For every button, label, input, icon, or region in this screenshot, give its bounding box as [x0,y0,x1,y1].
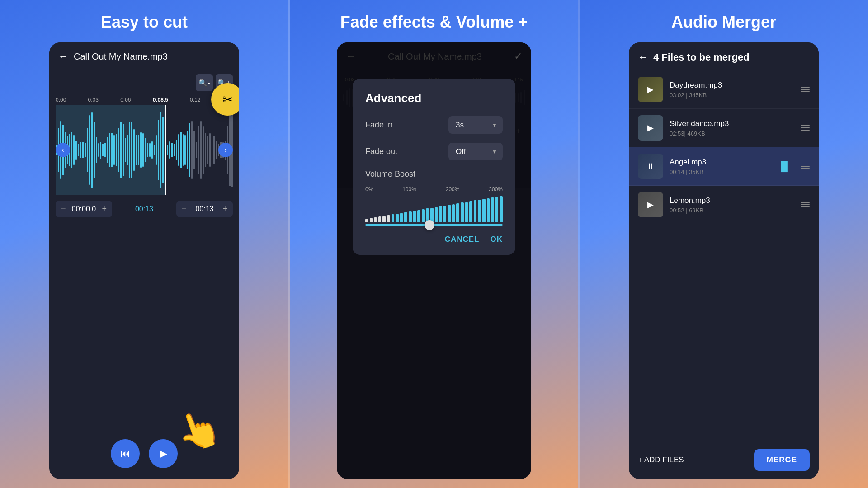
volume-bars [365,195,503,222]
rewind-button-1[interactable]: ⏮ [111,439,140,468]
top-bar-1: ← Call Out My Name.mp3 [49,42,239,70]
time-inputs: − 00:00.0 + 00:13 − 00:13 + [56,195,233,223]
volume-bar [461,202,464,222]
file-thumb-3: ⏸ [638,154,663,179]
drag-handle-2[interactable] [801,125,810,131]
volume-bar [495,197,499,222]
panel-audio-merger: Audio Merger ← 4 Files to be merged ▶ [580,0,868,488]
waveform-bar [200,121,202,179]
filename-1: Call Out My Name.mp3 [74,52,230,62]
file-meta-1: 03:02 | 345KB [670,92,794,99]
back-button-3[interactable]: ← [638,52,648,63]
waveform-bar [184,135,186,164]
scissors-badge: ✂ [211,83,239,116]
play-icon-1: ▶ [647,84,654,94]
file-thumb-1: ▶ [638,77,663,102]
volume-bar [478,200,481,222]
cancel-button[interactable]: CANCEL [445,235,480,244]
waveform-bar [174,144,175,156]
volume-bar [482,199,486,222]
volume-bar [396,214,399,222]
fade-out-select-wrapper[interactable]: Off 1s 2s 3s 5s [448,143,503,160]
phone-mock-2: ← Call Out My Name.mp3 ✓ 0:03 0:06 0:09 … [337,42,531,479]
add-files-button[interactable]: + ADD FILES [638,455,684,465]
dialog-actions: CANCEL OK [365,235,503,244]
drag-handle-4[interactable] [801,202,810,207]
volume-bar [392,214,395,222]
waveform-bar [198,126,199,174]
end-minus[interactable]: − [182,204,187,214]
file-info-4: Lemon.mp3 00:52 | 69KB [670,196,794,214]
filename-item-4: Lemon.mp3 [670,196,794,205]
fade-in-select-wrapper[interactable]: 3s Off 1s 2s 5s [448,116,503,134]
file-info-1: Daydream.mp3 03:02 | 345KB [670,81,794,99]
list-item: ▶ Silver dance.mp3 02:53| 469KB [629,109,819,147]
volume-bar [387,215,390,222]
trim-handle-right[interactable]: › [218,143,233,157]
volume-percent-row: 0% 100% 200% 300% [365,186,503,192]
volume-bar [500,196,503,222]
volume-slider[interactable] [365,224,503,226]
volume-bar [370,218,373,222]
merger-title: 4 Files to be merged [653,52,810,63]
volume-bar [491,197,494,222]
file-info-3: Angel.mp3 00:14 | 35KB [670,158,772,175]
dialog-overlay: Advanced Fade in 3s Off 1s 2s 5s [337,42,531,479]
advanced-dialog: Advanced Fade in 3s Off 1s 2s 5s [353,79,515,255]
dialog-title: Advanced [365,91,503,105]
file-meta-4: 00:52 | 69KB [670,207,794,214]
merger-bottom-bar: + ADD FILES MERGE [629,441,819,479]
volume-bar [404,212,407,222]
volume-bar [422,209,425,222]
waveform-bar [176,140,177,160]
fade-out-select[interactable]: Off 1s 2s 3s 5s [448,143,503,160]
list-item: ▶ Daydream.mp3 03:02 | 345KB [629,70,819,109]
waveform-bar [169,141,170,159]
end-plus[interactable]: + [222,204,227,214]
phone-mock-1: ✂ ← Call Out My Name.mp3 🔍- 🔍+ 0:00 0:03 [49,42,239,479]
zoom-out-button[interactable]: 🔍- [196,74,213,91]
volume-bar [469,201,472,222]
volume-bar [456,203,459,222]
drag-handle-1[interactable] [801,87,810,92]
play-icon-4: ▶ [647,200,654,210]
waveform-bar [209,133,211,167]
volume-bar [413,211,416,222]
waveform-container: 🔍- 🔍+ 0:00 0:03 0:06 0:08.5 0:12 0:15 [49,70,239,432]
slider-thumb[interactable] [425,220,434,230]
volume-bar [374,217,377,222]
play-button-1[interactable]: ▶ [149,439,178,468]
waveform-bar [187,131,188,169]
waveform-bar [207,136,208,165]
list-item: ▶ Lemon.mp3 00:52 | 69KB [629,186,819,224]
waveform-bar [203,126,204,174]
filename-item-3: Angel.mp3 [670,158,772,167]
start-plus[interactable]: + [102,204,107,214]
transport-controls-1: ⏮ ▶ [49,432,239,479]
end-time-value: 00:13 [191,205,218,213]
waveform-bar [213,136,215,164]
waveform[interactable]: 0:08.5 ‹ › [56,105,233,195]
filename-item-1: Daydream.mp3 [670,81,794,90]
panel-fade-effects: Fade effects & Volume + ← Call Out My Na… [288,0,580,488]
panel3-header: Audio Merger [580,0,868,42]
fade-in-select[interactable]: 3s Off 1s 2s 5s [448,116,503,134]
selection-overlay [56,105,165,195]
back-button-1[interactable]: ← [58,51,68,62]
fade-in-label: Fade in [365,120,392,130]
drag-handle-3[interactable] [801,164,810,169]
equalizer-icon: ▐▌ [778,161,791,172]
filename-item-2: Silver dance.mp3 [670,119,794,128]
ok-button[interactable]: OK [491,235,503,244]
volume-bar [439,206,442,222]
volume-bar [465,202,468,222]
trim-handle-left[interactable]: ‹ [56,143,70,157]
volume-bar [448,205,451,222]
play-icon-2: ▶ [647,123,654,133]
waveform-bar [212,132,213,168]
start-minus[interactable]: − [61,204,66,214]
volume-bar [400,213,403,222]
merge-button[interactable]: MERGE [754,449,810,471]
waveform-bar [196,142,197,158]
waveform-bar [180,132,182,168]
